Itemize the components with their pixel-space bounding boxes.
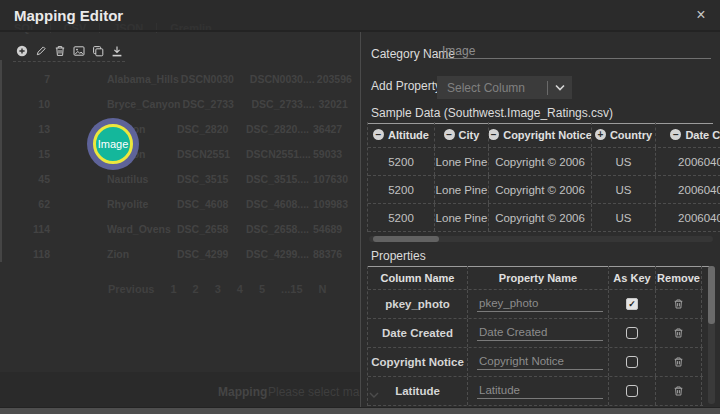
as-key-checkbox[interactable]: ✓ [626,298,638,310]
remove-property-button[interactable] [673,327,684,339]
column-name-header: Column Name [368,266,468,289]
property-row: Copyright Notice Copyright Notice ✓ [368,348,703,377]
property-row: pkey_photo pkey_photo ✓ [368,290,703,319]
edit-button[interactable] [34,44,47,57]
category-name-input[interactable]: Image [439,44,711,59]
add-node-button[interactable] [15,44,28,57]
sample-header-cell[interactable]: − Date Cre [656,122,720,147]
add-property-label: Add Property [371,79,441,93]
sample-column-label: Date Cre [685,129,720,141]
sample-scrollbar-thumb[interactable] [373,236,439,242]
sample-column-label: Copyright Notice [503,129,592,141]
graph-node-label: Image [98,138,129,150]
image-button[interactable] [72,44,85,57]
properties-scrollbar-thumb[interactable] [708,266,715,324]
sample-data-row: 5200 Lone Pine Copyright © 2006 US 20060… [368,176,720,204]
close-icon[interactable]: × [692,5,710,25]
sample-data-row: 5200 Lone Pine Copyright © 2006 US 20060… [368,204,720,232]
as-key-checkbox[interactable]: ✓ [626,385,638,397]
property-row: Latitude Latitude ✓ [368,377,703,406]
as-key-header: As Key [609,266,656,289]
trash-icon [673,298,684,310]
column-toggle-icon[interactable]: − [373,129,384,140]
download-icon [111,45,123,57]
dialog-titlebar: Mapping Editor × [0,0,720,32]
sample-horizontal-scrollbar [369,236,713,242]
sample-header-cell[interactable]: + Country [592,122,656,147]
property-column-name: Date Created [368,319,468,347]
column-select-value: Select Column [437,81,547,95]
column-toggle-icon[interactable]: + [595,129,606,140]
graph-node-image[interactable]: Image [87,118,139,170]
property-name-header: Property Name [468,266,609,289]
sample-header-cell[interactable]: − Copyright Notice [489,122,592,147]
delete-button[interactable] [53,44,66,57]
sample-header-row: − Altitude − City − Copyright Notice [368,122,720,148]
download-button[interactable] [110,44,123,57]
chevron-down-icon [548,84,572,91]
canvas-toolbar [13,44,125,62]
properties-vertical-scrollbar [708,266,715,404]
property-name-input[interactable]: Date Created [477,326,603,341]
mapping-canvas: Image [0,32,360,407]
sample-column-label: Altitude [388,129,429,141]
bottom-scroll-strip [0,407,720,414]
column-toggle-icon[interactable]: − [670,129,681,140]
trash-icon [673,385,684,397]
property-row: Date Created Date Created ✓ [368,319,703,348]
trash-icon [54,45,66,57]
graph-node-inner: Image [93,124,133,164]
property-column-name: Latitude [368,377,468,405]
sample-column-label: Country [610,129,652,141]
remove-property-button[interactable] [673,298,684,310]
sample-header-cell[interactable]: − City [435,122,489,147]
trash-icon [673,356,684,368]
mapping-settings-panel: Category Name Image Add Property Select … [360,32,720,407]
properties-header-row: Column Name Property Name As Key Remove [368,266,703,290]
property-name-input[interactable]: pkey_photo [477,297,603,312]
property-column-name: pkey_photo [368,290,468,318]
add-circle-icon [16,45,28,57]
image-icon [73,45,85,57]
column-select[interactable]: Select Column [437,76,572,99]
remove-property-button[interactable] [673,356,684,368]
sample-column-label: City [459,129,480,141]
sample-data-table: − Altitude − City − Copyright Notice [367,122,720,232]
as-key-checkbox[interactable]: ✓ [626,356,638,368]
property-name-input[interactable]: Copyright Notice [477,355,603,370]
column-toggle-icon[interactable]: − [489,129,499,140]
remove-property-button[interactable] [673,385,684,397]
edit-pencil-icon [35,45,47,57]
remove-header: Remove [656,266,702,289]
properties-table: Column Name Property Name As Key Remove … [367,266,703,406]
sample-header-cell[interactable]: − Altitude [368,122,435,147]
property-name-input[interactable]: Latitude [477,384,603,399]
as-key-checkbox[interactable]: ✓ [626,327,638,339]
sample-data-row: 5200 Lone Pine Copyright © 2006 US 20060… [368,148,720,176]
properties-title: Properties [367,249,713,267]
property-column-name: Copyright Notice [368,348,468,376]
copy-icon [92,45,104,57]
page-title: Mapping Editor [14,7,123,24]
mapping-editor-dialog: SQL CSV JSON Gremlin 7 Alabama_Hills DSC… [0,0,720,414]
trash-icon [673,327,684,339]
scroll-more-chevron-icon [369,384,379,402]
copy-button[interactable] [91,44,104,57]
column-toggle-icon[interactable]: − [444,129,455,140]
